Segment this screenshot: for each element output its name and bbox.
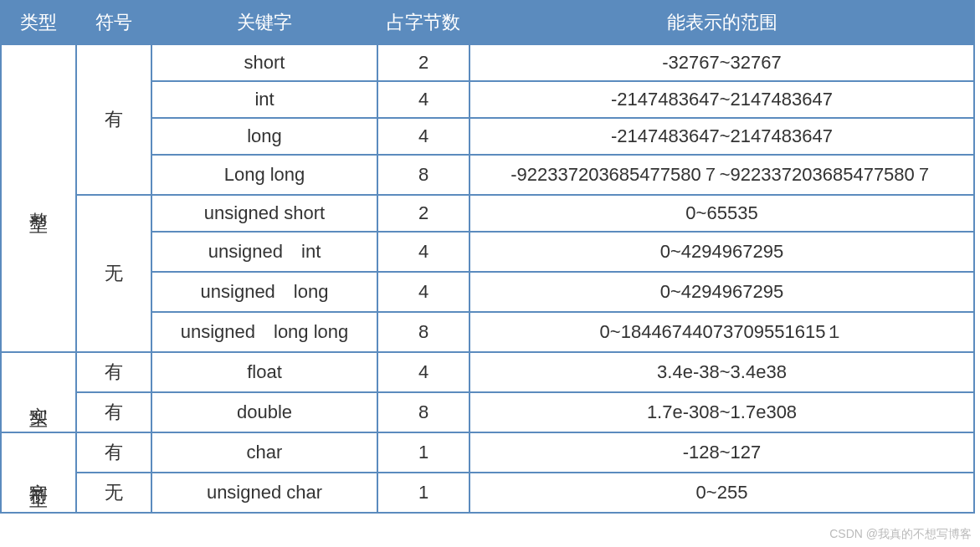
cell-range: 1.7e-308~1.7e308 bbox=[469, 392, 974, 432]
cell-bytes: 4 bbox=[377, 118, 469, 155]
sign-no: 无 bbox=[76, 195, 151, 352]
table-row: 有 double 8 1.7e-308~1.7e308 bbox=[1, 392, 974, 432]
header-range: 能表示的范围 bbox=[469, 1, 974, 44]
cell-bytes: 2 bbox=[377, 44, 469, 81]
cell-keyword: double bbox=[151, 392, 377, 432]
cell-keyword: unsigned long long bbox=[151, 312, 377, 352]
cell-keyword: short bbox=[151, 44, 377, 81]
cell-range: -922337203685477580７~922337203685477580７ bbox=[469, 155, 974, 195]
type-integer: 整型 bbox=[1, 44, 76, 352]
cell-bytes: 2 bbox=[377, 195, 469, 232]
table-row: 无 unsigned short 2 0~65535 bbox=[1, 195, 974, 232]
header-bytes: 占字节数 bbox=[377, 1, 469, 44]
header-keyword: 关键字 bbox=[151, 1, 377, 44]
cell-bytes: 8 bbox=[377, 312, 469, 352]
sign-yes: 有 bbox=[76, 44, 151, 195]
sign-yes: 有 bbox=[76, 432, 151, 473]
type-char: 字符型 bbox=[1, 432, 76, 513]
cell-range: -2147483647~2147483647 bbox=[469, 81, 974, 118]
cell-bytes: 4 bbox=[377, 232, 469, 272]
cell-keyword: unsigned short bbox=[151, 195, 377, 232]
cell-range: -128~127 bbox=[469, 432, 974, 473]
data-types-table: 类型 符号 关键字 占字节数 能表示的范围 整型 有 short 2 -3276… bbox=[0, 0, 975, 514]
cell-range: -32767~32767 bbox=[469, 44, 974, 81]
cell-keyword: float bbox=[151, 352, 377, 392]
sign-yes: 有 bbox=[76, 392, 151, 432]
cell-keyword: unsigned char bbox=[151, 473, 377, 513]
cell-bytes: 4 bbox=[377, 272, 469, 312]
table-row: 实型 有 float 4 3.4e-38~3.4e38 bbox=[1, 352, 974, 392]
cell-range: 3.4e-38~3.4e38 bbox=[469, 352, 974, 392]
cell-bytes: 1 bbox=[377, 432, 469, 473]
table-row: 无 unsigned char 1 0~255 bbox=[1, 473, 974, 513]
cell-range: 0~255 bbox=[469, 473, 974, 513]
table-row: 整型 有 short 2 -32767~32767 bbox=[1, 44, 974, 81]
header-row: 类型 符号 关键字 占字节数 能表示的范围 bbox=[1, 1, 974, 44]
cell-keyword: int bbox=[151, 81, 377, 118]
cell-range: -2147483647~2147483647 bbox=[469, 118, 974, 155]
cell-range: 0~18446744073709551615１ bbox=[469, 312, 974, 352]
header-type: 类型 bbox=[1, 1, 76, 44]
cell-keyword: char bbox=[151, 432, 377, 473]
cell-bytes: 4 bbox=[377, 352, 469, 392]
cell-keyword: long bbox=[151, 118, 377, 155]
cell-keyword: unsigned long bbox=[151, 272, 377, 312]
cell-range: 0~65535 bbox=[469, 195, 974, 232]
header-sign: 符号 bbox=[76, 1, 151, 44]
cell-bytes: 8 bbox=[377, 155, 469, 195]
sign-yes: 有 bbox=[76, 352, 151, 392]
cell-keyword: Long long bbox=[151, 155, 377, 195]
cell-range: 0~4294967295 bbox=[469, 272, 974, 312]
sign-no: 无 bbox=[76, 473, 151, 513]
type-real: 实型 bbox=[1, 352, 76, 432]
cell-bytes: 1 bbox=[377, 473, 469, 513]
cell-keyword: unsigned int bbox=[151, 232, 377, 272]
cell-bytes: 8 bbox=[377, 392, 469, 432]
table-row: 字符型 有 char 1 -128~127 bbox=[1, 432, 974, 473]
cell-bytes: 4 bbox=[377, 81, 469, 118]
cell-range: 0~4294967295 bbox=[469, 232, 974, 272]
